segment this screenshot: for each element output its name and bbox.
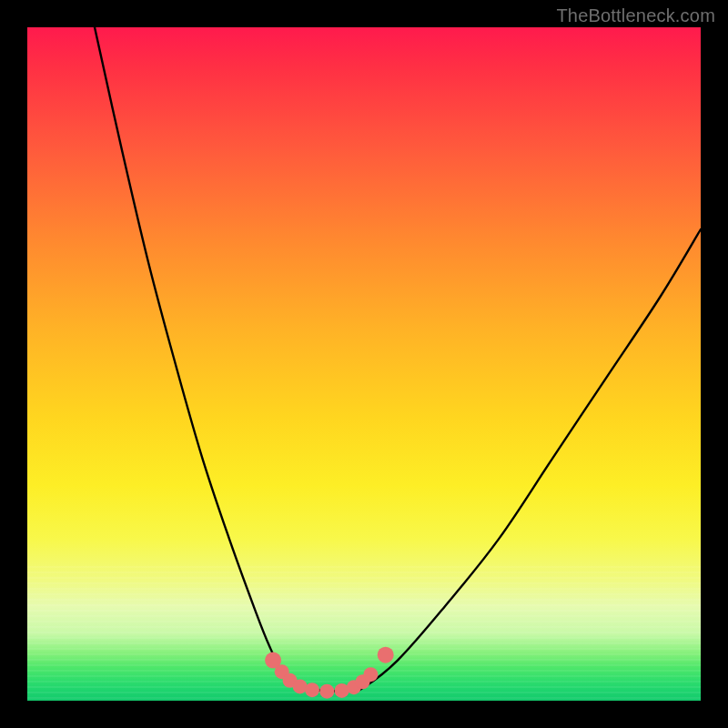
- watermark-text: TheBottleneck.com: [556, 5, 715, 26]
- marker-dot: [363, 667, 378, 682]
- plot-area: [27, 27, 701, 701]
- bottleneck-curve: [95, 27, 701, 691]
- marker-dot: [305, 682, 319, 697]
- marker-dots: [265, 647, 394, 699]
- chart-frame: TheBottleneck.com: [0, 0, 728, 728]
- marker-dot: [319, 684, 334, 699]
- curve-layer: [27, 27, 701, 701]
- marker-dot: [378, 647, 394, 663]
